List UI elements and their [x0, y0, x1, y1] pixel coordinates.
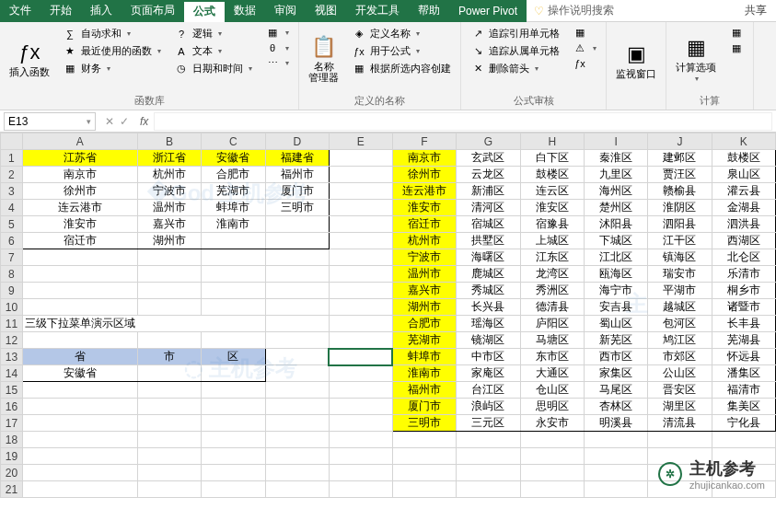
row-header-14[interactable]: 14 — [1, 365, 23, 382]
cell-A13[interactable]: 省 — [22, 349, 137, 365]
cell-G3[interactable]: 新浦区 — [457, 183, 520, 200]
cell-C12[interactable] — [202, 332, 265, 349]
cell-K5[interactable]: 泗洪县 — [712, 216, 775, 233]
cell-F8[interactable]: 温州市 — [392, 266, 457, 283]
cell-K17[interactable]: 宁化县 — [712, 415, 775, 432]
lookup-button[interactable]: ▦ — [261, 26, 293, 40]
insert-function-button[interactable]: ƒx 插入函数 — [6, 26, 53, 92]
tab-insert[interactable]: 插入 — [81, 0, 122, 22]
cell-H1[interactable]: 白下区 — [520, 150, 584, 167]
cell-D14[interactable] — [265, 365, 329, 382]
cell-C20[interactable] — [202, 465, 265, 481]
cell-G4[interactable]: 清河区 — [457, 200, 520, 216]
cell-D21[interactable] — [265, 481, 329, 498]
cell-J18[interactable] — [648, 432, 712, 448]
cell-J10[interactable]: 越城区 — [648, 299, 712, 316]
cell-J9[interactable]: 平湖市 — [648, 283, 712, 299]
tab-file[interactable]: 文件 — [0, 0, 41, 22]
cell-G20[interactable] — [457, 465, 520, 481]
cell-B18[interactable] — [137, 432, 201, 448]
cell-F1[interactable]: 南京市 — [392, 150, 457, 167]
cell-D10[interactable] — [265, 299, 329, 316]
cell-B6[interactable]: 湖州市 — [137, 233, 201, 249]
cell-J7[interactable]: 镇海区 — [648, 249, 712, 266]
cell-H15[interactable]: 仓山区 — [520, 382, 584, 399]
tab-layout[interactable]: 页面布局 — [122, 0, 184, 22]
cell-H7[interactable]: 江东区 — [520, 249, 584, 266]
datetime-button[interactable]: ◷日期和时间 — [170, 61, 256, 76]
cell-A14[interactable]: 安徽省 — [22, 365, 137, 382]
cell-C8[interactable] — [202, 266, 265, 283]
col-header-G[interactable]: G — [457, 133, 520, 150]
name-manager-button[interactable]: 📋 名称 管理器 — [305, 26, 342, 92]
cell-C1[interactable]: 安徽省 — [202, 150, 265, 167]
cell-A16[interactable] — [22, 399, 137, 415]
cell-E14[interactable] — [329, 365, 392, 382]
row-header-19[interactable]: 19 — [1, 448, 23, 465]
recent-functions-button[interactable]: ★最近使用的函数 — [59, 43, 165, 59]
cell-H12[interactable]: 马塘区 — [520, 332, 584, 349]
cell-B12[interactable] — [137, 332, 201, 349]
cell-H9[interactable]: 秀洲区 — [520, 283, 584, 299]
autosum-button[interactable]: ∑自动求和 — [59, 26, 165, 41]
cell-D15[interactable] — [265, 382, 329, 399]
cell-F21[interactable] — [392, 481, 457, 498]
cell-K8[interactable]: 乐清市 — [712, 266, 775, 283]
cell-D11[interactable] — [265, 316, 329, 332]
col-header-F[interactable]: F — [392, 133, 457, 150]
cell-B3[interactable]: 宁波市 — [137, 183, 201, 200]
row-header-18[interactable]: 18 — [1, 432, 23, 448]
cell-I11[interactable]: 蜀山区 — [584, 316, 647, 332]
cell-C16[interactable] — [202, 399, 265, 415]
cell-F16[interactable]: 厦门市 — [392, 399, 457, 415]
cell-B15[interactable] — [137, 382, 201, 399]
cell-E9[interactable] — [329, 283, 392, 299]
cell-E13[interactable] — [329, 349, 392, 365]
cell-H17[interactable]: 永安市 — [520, 415, 584, 432]
row-header-8[interactable]: 8 — [1, 266, 23, 283]
cell-K4[interactable]: 金湖县 — [712, 200, 775, 216]
col-header-A[interactable]: A — [22, 133, 137, 150]
cell-J15[interactable]: 晋安区 — [648, 382, 712, 399]
cell-F18[interactable] — [392, 432, 457, 448]
cell-E5[interactable] — [329, 216, 392, 233]
cell-I6[interactable]: 下城区 — [584, 233, 647, 249]
cell-B2[interactable]: 杭州市 — [137, 167, 201, 183]
cell-J1[interactable]: 建邺区 — [648, 150, 712, 167]
cell-H18[interactable] — [520, 432, 584, 448]
tab-view[interactable]: 视图 — [306, 0, 346, 22]
cell-K1[interactable]: 鼓楼区 — [712, 150, 775, 167]
cell-H3[interactable]: 连云区 — [520, 183, 584, 200]
cell-F7[interactable]: 宁波市 — [392, 249, 457, 266]
cell-A12[interactable] — [22, 332, 137, 349]
col-header-J[interactable]: J — [648, 133, 712, 150]
cell-J6[interactable]: 江干区 — [648, 233, 712, 249]
cell-K6[interactable]: 西湖区 — [712, 233, 775, 249]
row-header-11[interactable]: 11 — [1, 316, 23, 332]
cell-B17[interactable] — [137, 415, 201, 432]
cell-K9[interactable]: 桐乡市 — [712, 283, 775, 299]
cell-K18[interactable] — [712, 432, 775, 448]
cancel-icon[interactable]: ✕ — [105, 115, 114, 128]
cell-H6[interactable]: 上城区 — [520, 233, 584, 249]
row-header-21[interactable]: 21 — [1, 481, 23, 498]
cell-B10[interactable] — [137, 299, 201, 316]
cell-A17[interactable] — [22, 415, 137, 432]
cell-I7[interactable]: 江北区 — [584, 249, 647, 266]
cell-I12[interactable]: 新芜区 — [584, 332, 647, 349]
cell-E17[interactable] — [329, 415, 392, 432]
cell-H13[interactable]: 东市区 — [520, 349, 584, 365]
cell-B8[interactable] — [137, 266, 201, 283]
cell-B7[interactable] — [137, 249, 201, 266]
cell-H11[interactable]: 庐阳区 — [520, 316, 584, 332]
cell-G19[interactable] — [457, 448, 520, 465]
cell-C5[interactable]: 淮南市 — [202, 216, 265, 233]
cell-E20[interactable] — [329, 465, 392, 481]
watch-window-button[interactable]: ▣ 监视窗口 — [612, 26, 660, 95]
cell-F3[interactable]: 连云港市 — [392, 183, 457, 200]
row-header-3[interactable]: 3 — [1, 183, 23, 200]
logical-button[interactable]: ?逻辑 — [170, 26, 256, 41]
cell-H14[interactable]: 大通区 — [520, 365, 584, 382]
cell-I14[interactable]: 家集区 — [584, 365, 647, 382]
cell-G7[interactable]: 海曙区 — [457, 249, 520, 266]
